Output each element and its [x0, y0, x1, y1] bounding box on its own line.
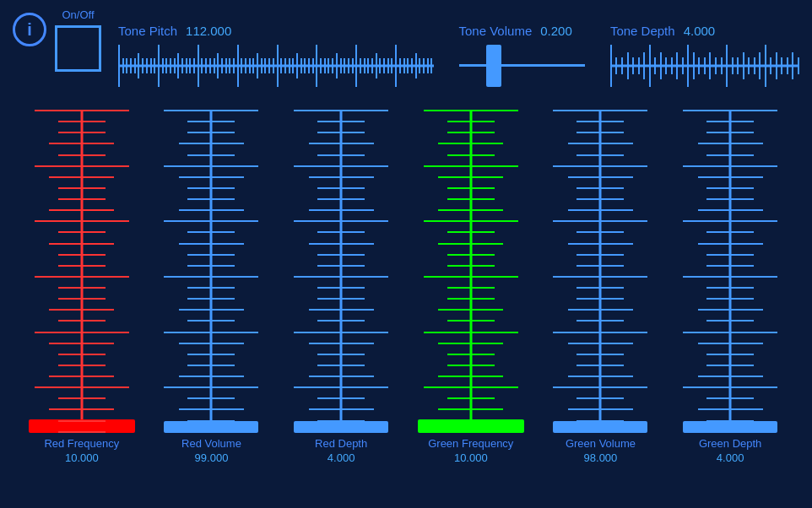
tone-volume-label: Tone Volume [459, 24, 533, 38]
red-frequency-slider[interactable] [23, 110, 141, 433]
tone-pitch-value: 112.000 [186, 24, 231, 38]
tone-pitch-label: Tone Pitch [118, 24, 177, 38]
on-off-button[interactable] [55, 25, 101, 72]
on-off-label: On/Off [62, 8, 94, 21]
red-frequency-column: Red Frequency 10.000 [23, 110, 141, 464]
top-bar: i On/Off Tone Pitch 112.000 Tone Volume … [0, 0, 812, 110]
green-volume-column: Green Volume 98.000 [541, 110, 659, 464]
red-depth-column: Red Depth 4.000 [282, 110, 400, 464]
green-frequency-label: Green Frequency [428, 437, 513, 450]
green-frequency-value: 10.000 [454, 451, 488, 464]
red-depth-value: 4.000 [328, 451, 355, 464]
green-frequency-slider[interactable] [412, 110, 530, 433]
main-container: i On/Off Tone Pitch 112.000 Tone Volume … [0, 0, 812, 508]
tone-depth-value: 4.000 [684, 24, 716, 38]
red-volume-label: Red Volume [181, 437, 241, 450]
red-volume-column: Red Volume 99.000 [152, 110, 270, 464]
info-icon[interactable]: i [13, 13, 46, 46]
tone-volume-slider[interactable] [459, 45, 585, 87]
on-off-section: On/Off [55, 8, 101, 72]
tone-pitch-section: Tone Pitch 112.000 [118, 24, 434, 87]
red-volume-slider[interactable] [152, 110, 270, 433]
green-volume-label: Green Volume [566, 437, 636, 450]
green-depth-slider[interactable] [671, 110, 789, 433]
green-volume-slider[interactable] [541, 110, 659, 433]
green-frequency-column: Green Frequency 10.000 [412, 110, 530, 464]
red-volume-value: 99.000 [195, 451, 229, 464]
green-depth-column: Green Depth 4.000 [671, 110, 789, 464]
tone-volume-value: 0.200 [540, 24, 572, 38]
green-depth-value: 4.000 [717, 451, 744, 464]
tone-depth-section: Tone Depth 4.000 [610, 24, 799, 87]
tone-volume-section: Tone Volume 0.200 [459, 24, 585, 87]
green-depth-label: Green Depth [699, 437, 761, 450]
red-depth-slider[interactable] [282, 110, 400, 433]
tone-depth-slider[interactable] [610, 45, 799, 87]
red-frequency-value: 10.000 [65, 451, 99, 464]
tone-pitch-slider[interactable] [118, 45, 434, 87]
green-volume-value: 98.000 [584, 451, 618, 464]
tone-depth-label: Tone Depth [610, 24, 675, 38]
red-frequency-label: Red Frequency [44, 437, 119, 450]
red-depth-label: Red Depth [315, 437, 367, 450]
bottom-section: Red Frequency 10.000 Red Volume 99.000 R… [0, 110, 812, 464]
